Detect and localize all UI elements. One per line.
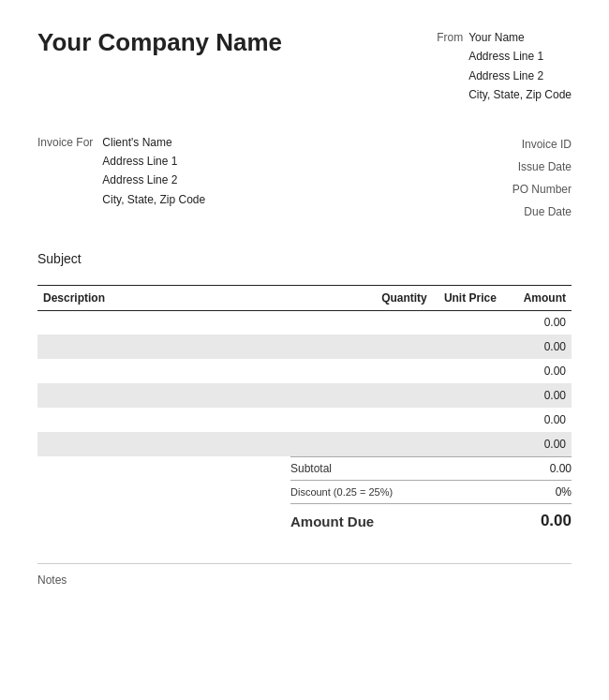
row-amount: 0.00	[502, 310, 572, 335]
client-name: Client's Name	[102, 133, 205, 152]
row-quantity	[368, 359, 432, 383]
table-row: 0.00	[37, 310, 572, 335]
client-address1: Address Line 1	[102, 152, 205, 171]
due-date-label: Due Date	[512, 201, 572, 223]
from-city: City, State, Zip Code	[468, 85, 572, 104]
row-amount: 0.00	[502, 432, 572, 456]
row-unit-price	[433, 408, 502, 432]
from-address2: Address Line 2	[468, 67, 572, 85]
subtotal-value: 0.00	[550, 462, 572, 475]
row-quantity	[368, 432, 432, 456]
row-quantity	[368, 310, 432, 335]
col-header-quantity: Quantity	[368, 285, 432, 310]
discount-value: 0%	[556, 485, 572, 499]
from-address1: Address Line 1	[468, 47, 572, 66]
row-quantity	[368, 408, 432, 432]
subtotal-label: Subtotal	[290, 462, 332, 475]
from-name: Your Name	[468, 28, 572, 47]
invoice-info-section: Invoice For Client's Name Address Line 1…	[37, 133, 572, 223]
from-lines: Your Name Address Line 1 Address Line 2 …	[468, 28, 572, 105]
subject-label: Subject	[37, 251, 82, 266]
client-address: Client's Name Address Line 1 Address Lin…	[102, 133, 205, 223]
amount-due-value: 0.00	[541, 512, 572, 530]
from-label: From	[437, 28, 463, 47]
subtotal-row: Subtotal 0.00	[290, 456, 572, 480]
client-city: City, State, Zip Code	[102, 190, 205, 209]
meta-block: Invoice ID Issue Date PO Number Due Date	[512, 133, 572, 223]
row-unit-price	[433, 359, 502, 383]
row-amount: 0.00	[502, 383, 572, 408]
row-description	[37, 408, 368, 432]
table-row: 0.00	[37, 383, 572, 408]
col-header-unit-price: Unit Price	[433, 285, 502, 310]
col-header-description: Description	[37, 285, 368, 310]
row-description	[37, 383, 368, 408]
amount-due-row: Amount Due 0.00	[290, 503, 572, 535]
row-description	[37, 359, 368, 383]
notes-section: Notes	[37, 563, 572, 587]
company-name: Your Company Name	[37, 28, 282, 57]
row-unit-price	[433, 310, 502, 335]
row-quantity	[368, 383, 432, 408]
invoice-id-label: Invoice ID	[512, 133, 572, 156]
table-row: 0.00	[37, 359, 572, 383]
notes-label: Notes	[37, 573, 67, 587]
totals-section: Subtotal 0.00 Discount (0.25 = 25%) 0% A…	[37, 456, 572, 535]
po-number-label: PO Number	[512, 178, 572, 201]
bill-to-block: Invoice For Client's Name Address Line 1…	[37, 133, 205, 223]
client-address2: Address Line 2	[102, 171, 205, 189]
from-block: From Your Name Address Line 1 Address Li…	[437, 28, 572, 105]
subject-section: Subject	[37, 251, 572, 266]
row-unit-price	[433, 335, 502, 359]
table-row: 0.00	[37, 335, 572, 359]
table-row: 0.00	[37, 408, 572, 432]
table-row: 0.00	[37, 432, 572, 456]
discount-row: Discount (0.25 = 25%) 0%	[290, 480, 572, 503]
discount-label: Discount (0.25 = 25%)	[290, 486, 393, 498]
row-quantity	[368, 335, 432, 359]
row-unit-price	[433, 383, 502, 408]
amount-due-label: Amount Due	[290, 514, 374, 529]
totals-table: Subtotal 0.00 Discount (0.25 = 25%) 0% A…	[290, 456, 572, 535]
col-header-amount: Amount	[502, 285, 572, 310]
issue-date-label: Issue Date	[512, 156, 572, 178]
row-amount: 0.00	[502, 335, 572, 359]
row-amount: 0.00	[502, 408, 572, 432]
row-unit-price	[433, 432, 502, 456]
row-description	[37, 432, 368, 456]
invoice-table: Description Quantity Unit Price Amount 0…	[37, 285, 572, 457]
invoice-for-label: Invoice For	[37, 133, 93, 223]
row-description	[37, 335, 368, 359]
invoice-header: Your Company Name From Your Name Address…	[37, 28, 572, 105]
row-amount: 0.00	[502, 359, 572, 383]
row-description	[37, 310, 368, 335]
